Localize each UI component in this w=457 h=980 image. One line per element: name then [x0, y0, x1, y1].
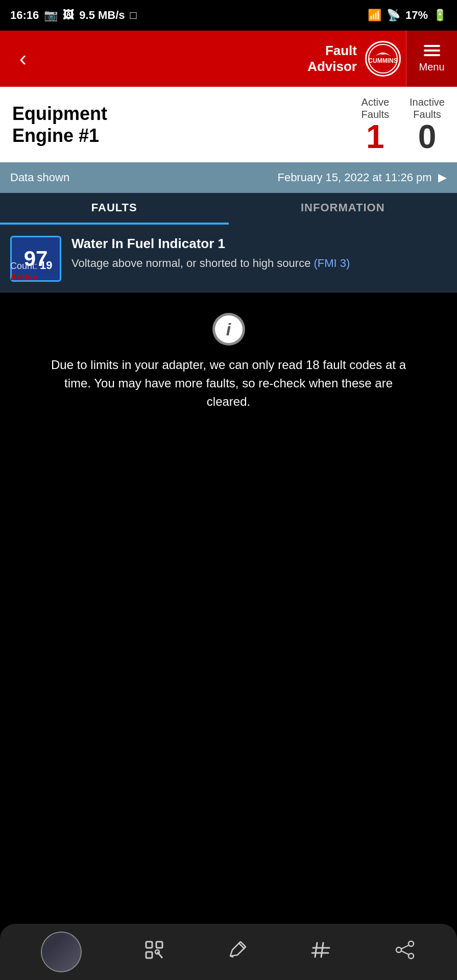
fault-status-badge: Active: [10, 272, 38, 282]
fault-fmi: (FMI 3): [314, 257, 350, 270]
active-faults-label: ActiveFaults: [362, 96, 389, 120]
menu-button[interactable]: Menu: [406, 31, 457, 87]
nav-hashtag-icon[interactable]: [310, 939, 332, 966]
hamburger-icon: [424, 45, 440, 56]
nav-scan-icon[interactable]: [143, 939, 165, 966]
main-content: [0, 431, 457, 789]
nav-edit-icon[interactable]: [226, 939, 249, 966]
svg-line-10: [321, 943, 323, 957]
svg-line-16: [401, 945, 408, 949]
svg-point-13: [408, 941, 414, 946]
status-image-icon: 🖼: [63, 9, 74, 22]
tabs-bar: FAULTS INFORMATION: [0, 193, 457, 226]
equipment-title: Equipment Engine #1: [12, 103, 107, 146]
fault-card: 97 Water In Fuel Indicator 1 Voltage abo…: [0, 226, 457, 292]
inactive-faults-group: InactiveFaults 0: [410, 96, 445, 153]
fault-description: Voltage above normal, or shorted to high…: [71, 257, 447, 270]
equipment-header: Equipment Engine #1 ActiveFaults 1 Inact…: [0, 87, 457, 162]
info-notice-text: Due to limits in your adapter, we can on…: [50, 356, 407, 411]
svg-rect-3: [156, 942, 162, 948]
svg-point-15: [408, 953, 414, 959]
status-bar: 16:16 📷 🖼 9.5 MB/s □ 📶 📡 17% 🔋: [0, 0, 457, 31]
info-icon: i: [215, 315, 243, 343]
info-circle: i: [212, 313, 245, 346]
info-notice: i Due to limits in your adapter, we can …: [0, 292, 457, 431]
status-battery-icon: 🔋: [433, 9, 447, 22]
active-faults-group: ActiveFaults 1: [362, 96, 389, 153]
fault-count-label: Count:: [10, 261, 37, 271]
bottom-nav: [0, 924, 457, 980]
user-avatar[interactable]: [41, 932, 82, 972]
status-signal-icon: 📡: [387, 9, 400, 22]
app-bar: ‹ FaultAdvisor CUMMINS Menu: [0, 31, 457, 87]
fault-count-value: 19: [40, 259, 52, 272]
inactive-faults-label: InactiveFaults: [410, 96, 445, 120]
back-button[interactable]: ‹: [0, 31, 46, 87]
fault-info: Water In Fuel Indicator 1 Voltage above …: [71, 236, 447, 282]
svg-rect-2: [146, 942, 152, 948]
data-shown-date: February 15, 2022 at 11:26 pm: [277, 171, 431, 184]
inactive-faults-value: 0: [410, 120, 445, 153]
data-shown-bar: Data shown February 15, 2022 at 11:26 pm…: [0, 162, 457, 193]
status-speed: 9.5 MB/s: [79, 9, 125, 22]
active-faults-value: 1: [362, 120, 389, 153]
tab-information[interactable]: INFORMATION: [229, 193, 458, 225]
status-wifi-icon: 📶: [368, 9, 381, 22]
nav-share-icon[interactable]: [394, 939, 416, 966]
status-time: 16:16: [10, 9, 39, 22]
svg-line-17: [401, 951, 408, 954]
status-battery: 17%: [405, 9, 428, 22]
data-shown-label: Data shown: [10, 171, 69, 184]
menu-label: Menu: [419, 61, 444, 73]
app-title: FaultAdvisor: [307, 43, 357, 75]
data-shown-date-area: February 15, 2022 at 11:26 pm ▶: [277, 171, 447, 184]
svg-line-7: [238, 943, 245, 949]
svg-text:CUMMINS: CUMMINS: [368, 57, 397, 64]
svg-line-5: [157, 952, 162, 958]
fault-name: Water In Fuel Indicator 1: [71, 236, 447, 252]
faults-section: ActiveFaults 1 InactiveFaults 0: [362, 96, 445, 153]
svg-rect-4: [146, 952, 152, 958]
cummins-logo: CUMMINS: [365, 41, 401, 77]
app-bar-center: FaultAdvisor CUMMINS: [46, 41, 406, 77]
status-camera-icon: 📷: [44, 9, 58, 22]
svg-point-14: [396, 947, 401, 952]
svg-line-9: [315, 943, 317, 957]
fault-count-area: Count: 19 Active: [10, 259, 53, 283]
chevron-right-icon: ▶: [438, 171, 447, 184]
tab-faults[interactable]: FAULTS: [0, 193, 229, 225]
status-sim-icon: □: [130, 9, 137, 22]
